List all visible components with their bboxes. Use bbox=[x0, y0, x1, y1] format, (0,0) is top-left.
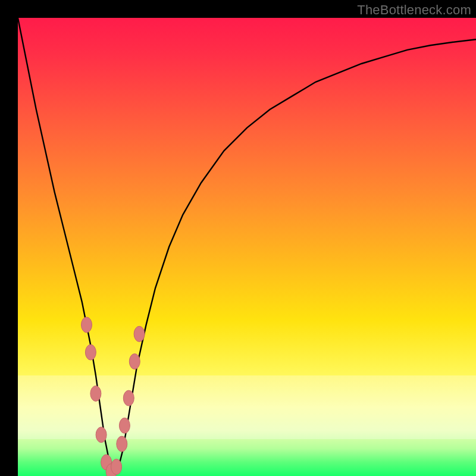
bottleneck-curve bbox=[18, 18, 476, 474]
chart-frame: TheBottleneck.com bbox=[0, 0, 476, 476]
marker-point bbox=[119, 418, 130, 433]
marker-point bbox=[85, 345, 96, 360]
marker-point bbox=[129, 354, 140, 369]
plot-area bbox=[18, 18, 476, 476]
marker-point bbox=[82, 317, 92, 333]
marker-point bbox=[111, 459, 122, 475]
marker-point bbox=[134, 326, 145, 342]
marker-point bbox=[90, 386, 101, 401]
watermark-text: TheBottleneck.com bbox=[357, 2, 471, 18]
marker-point bbox=[123, 390, 134, 406]
highlight-markers bbox=[82, 317, 145, 476]
curve-layer bbox=[18, 18, 476, 476]
marker-point bbox=[96, 427, 107, 443]
marker-point bbox=[117, 436, 127, 452]
